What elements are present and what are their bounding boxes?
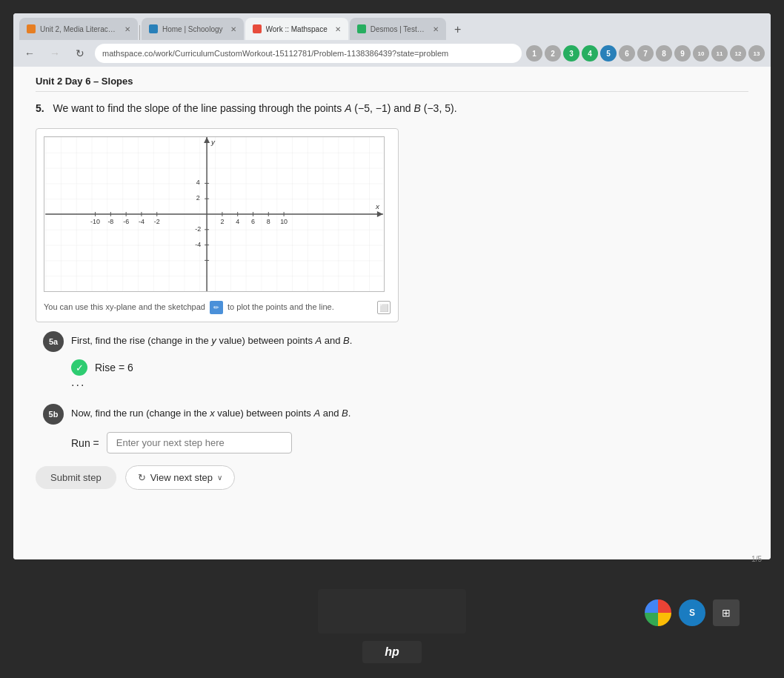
refresh-icon: ↻ [138, 472, 146, 483]
forward-button[interactable]: → [44, 43, 65, 64]
browser-chrome: Unit 2, Media Literacy | Schoo... ✕ Home… [13, 13, 771, 67]
tab-favicon-desmos [357, 24, 366, 33]
check-icon-5a: ✓ [71, 359, 87, 376]
svg-text:6: 6 [251, 218, 255, 225]
laptop-frame: Unit 2, Media Literacy | Schoo... ✕ Home… [0, 0, 784, 678]
pill-10[interactable]: 10 [693, 45, 709, 62]
graph-note-text: You can use this xy-plane and the sketch… [44, 301, 334, 314]
step-5b-header: 5b Now, find the run (change in the x va… [43, 404, 748, 425]
page-indicator: 1/5 [751, 555, 762, 563]
svg-text:x: x [375, 202, 380, 210]
view-next-step-button[interactable]: ↻ View next step ∨ [125, 465, 235, 490]
pill-6[interactable]: 6 [619, 45, 635, 62]
svg-text:-4: -4 [139, 218, 144, 225]
view-next-label: View next step [150, 472, 213, 483]
step-5a-header: 5a First, find the rise (change in the y… [43, 331, 748, 352]
pill-4[interactable]: 4 [582, 45, 598, 62]
problem-number: 5. [36, 102, 44, 114]
submit-step-button[interactable]: Submit step [36, 466, 116, 489]
pill-12[interactable]: 12 [730, 45, 746, 62]
svg-text:10: 10 [280, 218, 288, 225]
tab-label-desmos: Desmos | Testing [371, 25, 425, 33]
svg-text:4: 4 [196, 179, 200, 186]
step-5b-section: 5b Now, find the run (change in the x va… [36, 404, 748, 453]
refresh-button[interactable]: ↻ [70, 43, 90, 64]
pill-13[interactable]: 13 [748, 45, 765, 62]
step-5a-answer: ✓ Rise = 6 [43, 359, 748, 376]
screen: Unit 2, Media Literacy | Schoo... ✕ Home… [13, 13, 771, 559]
svg-text:8: 8 [267, 218, 270, 225]
address-bar-row: ← → ↻ mathspace.co/work/CurriculumCustom… [13, 40, 771, 67]
tab-mathspace[interactable]: Work :: Mathspace ✕ [245, 18, 348, 40]
tab-favicon-mathspace [253, 24, 262, 33]
svg-text:-6: -6 [123, 218, 129, 225]
coordinate-plane[interactable]: -10 -8 -6 -4 -2 2 4 6 8 10 4 2 -2 -4 [44, 136, 385, 292]
tab-desmos[interactable]: Desmos | Testing ✕ [350, 18, 446, 40]
tab-schoology[interactable]: Home | Schoology ✕ [142, 18, 244, 40]
svg-text:2: 2 [220, 218, 224, 225]
pill-5[interactable]: 5 [600, 45, 617, 62]
sketchpad-icon[interactable]: ✏ [210, 301, 223, 314]
svg-text:-2: -2 [195, 225, 201, 233]
svg-text:-2: -2 [154, 218, 160, 225]
step-5a-badge: 5a [43, 331, 64, 352]
pill-9[interactable]: 9 [674, 45, 691, 62]
bottom-buttons: Submit step ↻ View next step ∨ [36, 465, 748, 490]
run-input[interactable] [107, 432, 292, 453]
chrome-icon[interactable] [645, 599, 671, 626]
tab-close-mathspace[interactable]: ✕ [335, 25, 341, 33]
step-5a-section: 5a First, find the rise (change in the y… [36, 331, 748, 392]
chevron-down-icon: ∨ [217, 473, 222, 482]
trackpad[interactable] [318, 589, 466, 634]
tab-divider [139, 25, 140, 40]
problem-text: We want to find the slope of the line pa… [53, 102, 457, 114]
tab-favicon-schoology [149, 24, 158, 33]
tab-label-unit2: Unit 2, Media Literacy | Schoo... [40, 25, 117, 33]
page-numbers: 1 2 3 4 5 6 7 8 9 10 11 12 13 [526, 45, 765, 62]
tab-close-schoology[interactable]: ✕ [230, 25, 236, 33]
back-button[interactable]: ← [19, 43, 40, 64]
run-label: Run = [71, 437, 99, 449]
tab-favicon-unit2 [27, 24, 36, 33]
new-tab-button[interactable]: + [448, 19, 468, 40]
graph-note: You can use this xy-plane and the sketch… [44, 301, 391, 314]
address-bar[interactable]: mathspace.co/work/CurriculumCustomWorkou… [95, 44, 522, 63]
unit-title: Unit 2 Day 6 – Slopes [36, 76, 748, 92]
taskbar-area: S ⊞ [645, 599, 740, 626]
step-5b-input-row: Run = [43, 432, 748, 453]
expand-icon[interactable]: ⬜ [377, 301, 391, 314]
svg-text:-8: -8 [107, 218, 113, 225]
svg-text:-4: -4 [195, 241, 201, 248]
hp-logo: hp [362, 641, 422, 663]
problem-statement: 5. We want to find the slope of the line… [36, 101, 748, 116]
step-5b-badge: 5b [43, 404, 64, 425]
svg-text:4: 4 [236, 218, 239, 225]
pill-1[interactable]: 1 [526, 45, 542, 62]
tab-label-schoology: Home | Schoology [162, 25, 223, 33]
address-text: mathspace.co/work/CurriculumCustomWorkou… [102, 49, 448, 58]
tab-close-unit2[interactable]: ✕ [124, 25, 130, 33]
tab-label-mathspace: Work :: Mathspace [266, 25, 328, 33]
graph-container: -10 -8 -6 -4 -2 2 4 6 8 10 4 2 -2 -4 [36, 128, 399, 322]
tab-close-desmos[interactable]: ✕ [433, 25, 439, 33]
svg-text:-10: -10 [90, 218, 100, 225]
svg-text:y: y [210, 138, 216, 146]
tab-bar: Unit 2, Media Literacy | Schoo... ✕ Home… [13, 13, 771, 40]
step-5a-text: First, find the rise (change in the y va… [71, 331, 352, 348]
schoology-icon[interactable]: S [679, 599, 705, 626]
pill-3[interactable]: 3 [563, 45, 579, 62]
pill-8[interactable]: 8 [656, 45, 672, 62]
pill-7[interactable]: 7 [637, 45, 654, 62]
rise-answer-text: Rise = 6 [95, 362, 133, 373]
tab-unit2[interactable]: Unit 2, Media Literacy | Schoo... ✕ [19, 18, 138, 40]
display-icon[interactable]: ⊞ [713, 599, 740, 626]
pill-2[interactable]: 2 [545, 45, 561, 62]
pill-11[interactable]: 11 [711, 45, 728, 62]
step-5b-text: Now, find the run (change in the x value… [71, 404, 351, 420]
content-area: Unit 2 Day 6 – Slopes 5. We want to find… [13, 67, 771, 559]
svg-text:2: 2 [196, 194, 200, 202]
ellipsis-5a: ··· [43, 379, 748, 392]
